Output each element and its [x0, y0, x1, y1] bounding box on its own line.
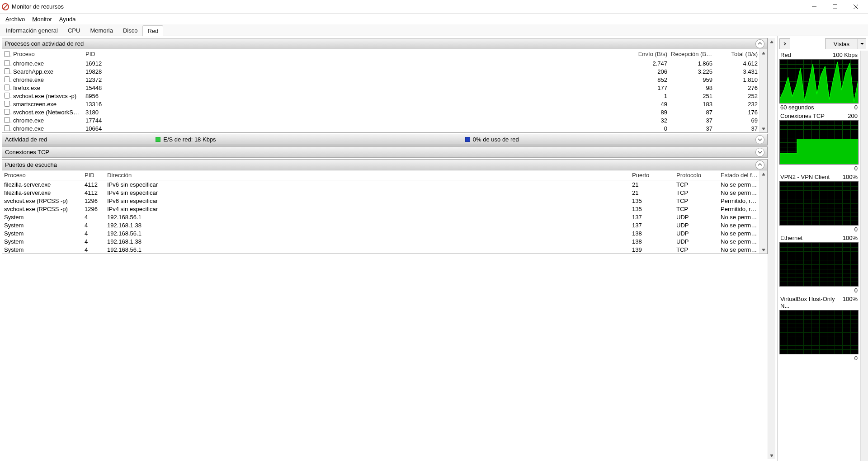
panel-processes: Procesos con actividad de red Proceso PI… [2, 38, 768, 133]
table-row[interactable]: chrome.exe1066403737 [2, 124, 767, 132]
table-row[interactable]: smartscreen.exe1331649183232 [2, 100, 767, 108]
tab-red[interactable]: Red [142, 25, 163, 36]
cell-firewall: No se permite, n... [719, 222, 760, 229]
graph-footer-right: 0 [854, 355, 858, 362]
col-protocolo[interactable]: Protocolo [675, 172, 719, 179]
tab-memoria[interactable]: Memoria [85, 25, 118, 36]
cell-pid: 4 [83, 214, 105, 221]
row-checkbox[interactable] [4, 68, 10, 74]
cell-recepcion: 1.865 [669, 60, 714, 67]
col-proceso[interactable]: Proceso [2, 172, 83, 179]
table-row[interactable]: chrome.exe169122.7471.8654.612 [2, 59, 767, 67]
table-row[interactable]: System4192.168.56.1137UDPNo se permite, … [2, 213, 767, 221]
cell-total: 252 [714, 93, 760, 99]
cell-proceso: System [2, 238, 83, 245]
table-row[interactable]: SearchApp.exe198282063.2253.431 [2, 67, 767, 75]
graph-title-label: Conexiones TCP [780, 113, 825, 119]
select-all-checkbox[interactable] [4, 51, 10, 57]
table-row[interactable]: svchost.exe (RPCSS -p)1296IPv4 sin espec… [2, 205, 767, 213]
cell-protocolo: TCP [675, 246, 719, 253]
expand-icon[interactable] [755, 148, 764, 157]
table-row[interactable]: System4192.168.1.38137UDPNo se permite, … [2, 221, 767, 229]
close-button[interactable] [845, 0, 866, 14]
sidebar-scrollbar[interactable] [860, 51, 868, 461]
row-checkbox[interactable] [4, 60, 10, 66]
menu-archivo[interactable]: Archivo [2, 15, 28, 24]
table-row[interactable]: System4192.168.1.38138UDPNo se permite, … [2, 237, 767, 245]
col-total[interactable]: Total (B/s) [714, 51, 760, 57]
cell-firewall: No se permite, n... [719, 238, 760, 245]
table-row[interactable]: firefox.exe1544817798276 [2, 84, 767, 92]
row-checkbox[interactable] [4, 117, 10, 123]
menu-ayuda[interactable]: Ayuda [56, 15, 80, 24]
table-row[interactable]: filezilla-server.exe4112IPv4 sin especif… [2, 188, 767, 197]
panel-ports-header[interactable]: Puertos de escucha [2, 160, 767, 170]
ports-scrollbar[interactable] [760, 170, 767, 254]
row-checkbox[interactable] [4, 85, 10, 90]
svg-marker-11 [780, 62, 858, 103]
row-checkbox[interactable] [4, 93, 10, 99]
cell-protocolo: UDP [675, 238, 719, 245]
maximize-button[interactable] [825, 0, 845, 14]
table-row[interactable]: System4192.168.56.1138UDPNo se permite, … [2, 229, 767, 237]
cell-total: 4.612 [714, 60, 760, 67]
panel-processes-header[interactable]: Procesos con actividad de red [2, 38, 767, 49]
cell-proceso: chrome.exe [11, 125, 84, 132]
graph-title-label: Red [780, 52, 791, 58]
cell-total: 276 [714, 85, 760, 91]
graph-scale-label: 100% [843, 296, 858, 309]
tab-disco[interactable]: Disco [118, 25, 143, 36]
tab-cpu[interactable]: CPU [63, 25, 85, 36]
cell-firewall: Permitido, restrin... [719, 198, 760, 204]
cell-protocolo: TCP [675, 198, 719, 204]
expand-icon[interactable] [755, 135, 764, 144]
row-checkbox[interactable] [4, 109, 10, 115]
svg-marker-12 [780, 139, 858, 164]
col-recepcion[interactable]: Recepción (B/s) [669, 51, 714, 57]
sidebar-toggle-button[interactable] [779, 38, 790, 49]
cell-total: 1.810 [714, 76, 760, 83]
table-row[interactable]: svchost.exe (RPCSS -p)1296IPv6 sin espec… [2, 197, 767, 205]
menu-monitor[interactable]: Monitor [28, 15, 55, 24]
cell-recepcion: 37 [669, 117, 714, 124]
col-pid[interactable]: PID [83, 172, 105, 179]
col-proceso[interactable]: Proceso [11, 51, 84, 57]
table-row[interactable]: svchost.exe (netsvcs -p)89561251252 [2, 92, 767, 100]
svg-marker-7 [762, 249, 765, 251]
table-row[interactable]: chrome.exe123728529591.810 [2, 75, 767, 84]
collapse-icon[interactable] [755, 39, 764, 48]
views-button[interactable]: Vistas [825, 38, 858, 49]
row-checkbox[interactable] [4, 76, 10, 82]
cell-pid: 1296 [83, 198, 105, 204]
minimize-button[interactable] [804, 0, 825, 14]
cell-puerto: 138 [630, 230, 675, 237]
panel-activity-header[interactable]: Actividad de red E/S de red: 18 Kbps 0% … [2, 134, 767, 145]
row-checkbox[interactable] [4, 101, 10, 107]
cell-puerto: 138 [630, 238, 675, 245]
cell-envio: 2.747 [624, 60, 669, 67]
collapse-icon[interactable] [755, 160, 764, 169]
col-direccion[interactable]: Dirección [105, 172, 196, 179]
left-pane-scrollbar[interactable] [768, 38, 775, 459]
svg-marker-4 [762, 52, 765, 54]
cell-direccion: 192.168.56.1 [105, 230, 196, 237]
graph-title-label: VirtualBox Host-Only N... [780, 296, 843, 309]
processes-scrollbar[interactable] [760, 49, 767, 132]
table-row[interactable]: System4192.168.56.1139TCPNo se permite, … [2, 245, 767, 254]
cell-puerto: 139 [630, 246, 675, 253]
tab-información-general[interactable]: Información general [1, 25, 63, 36]
table-row[interactable]: chrome.exe17744323769 [2, 116, 767, 124]
cell-envio: 49 [624, 101, 669, 108]
col-pid[interactable]: PID [84, 51, 115, 57]
cell-envio: 1 [624, 93, 669, 99]
panel-activity: Actividad de red E/S de red: 18 Kbps 0% … [2, 134, 768, 146]
row-checkbox[interactable] [4, 125, 10, 131]
col-firewall[interactable]: Estado del firewall [719, 172, 760, 179]
col-puerto[interactable]: Puerto [630, 172, 675, 179]
table-row[interactable]: filezilla-server.exe4112IPv6 sin especif… [2, 180, 767, 188]
col-envio[interactable]: Envío (B/s) [624, 51, 669, 57]
panel-tcp-header[interactable]: Conexiones TCP [2, 147, 767, 158]
table-row[interactable]: svchost.exe (NetworkService -p)318089871… [2, 108, 767, 116]
app-icon [2, 3, 9, 10]
views-dropdown[interactable] [858, 38, 866, 49]
